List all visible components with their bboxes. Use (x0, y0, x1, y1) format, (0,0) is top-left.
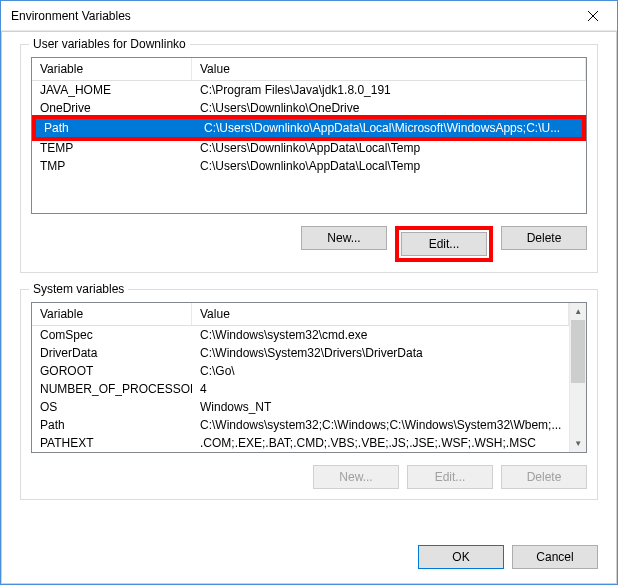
var-name: NUMBER_OF_PROCESSORS (32, 380, 192, 398)
scroll-down-icon[interactable]: ▼ (570, 435, 586, 452)
scroll-track[interactable] (570, 320, 586, 435)
var-value: C:\Program Files\Java\jdk1.8.0_191 (192, 81, 586, 99)
var-value: C:\Users\Downlinko\AppData\Local\Temp (192, 139, 586, 157)
window-close-button[interactable] (573, 3, 613, 29)
system-group-legend: System variables (29, 282, 128, 296)
user-row[interactable]: JAVA_HOME C:\Program Files\Java\jdk1.8.0… (32, 81, 586, 99)
row-highlight-annotation: Path C:\Users\Downlinko\AppData\Local\Mi… (32, 115, 586, 141)
system-delete-button[interactable]: Delete (501, 465, 587, 489)
user-row[interactable]: OneDrive C:\Users\Downlinko\OneDrive (32, 99, 586, 117)
scroll-up-icon[interactable]: ▲ (570, 303, 586, 320)
var-name: OneDrive (32, 99, 192, 117)
user-group-legend: User variables for Downlinko (29, 37, 190, 51)
system-list-header: Variable Value (32, 303, 569, 326)
user-row-selected[interactable]: Path C:\Users\Downlinko\AppData\Local\Mi… (36, 119, 582, 137)
var-value: .COM;.EXE;.BAT;.CMD;.VBS;.VBE;.JS;.JSE;.… (192, 434, 569, 452)
system-buttons: New... Edit... Delete (31, 465, 587, 489)
system-row[interactable]: NUMBER_OF_PROCESSORS 4 (32, 380, 569, 398)
var-value: C:\Go\ (192, 362, 569, 380)
system-row[interactable]: DriverData C:\Windows\System32\Drivers\D… (32, 344, 569, 362)
user-edit-button[interactable]: Edit... (401, 232, 487, 256)
var-value: C:\Windows\system32\cmd.exe (192, 326, 569, 344)
system-row[interactable]: GOROOT C:\Go\ (32, 362, 569, 380)
var-name: OS (32, 398, 192, 416)
user-delete-button[interactable]: Delete (501, 226, 587, 250)
edit-button-highlight-annotation: Edit... (395, 226, 493, 262)
system-col-value[interactable]: Value (192, 303, 569, 325)
system-scrollbar[interactable]: ▲ ▼ (569, 303, 586, 452)
close-icon (588, 11, 598, 21)
system-list-body: ComSpec C:\Windows\system32\cmd.exe Driv… (32, 326, 569, 452)
var-name: JAVA_HOME (32, 81, 192, 99)
system-row[interactable]: PATHEXT .COM;.EXE;.BAT;.CMD;.VBS;.VBE;.J… (32, 434, 569, 452)
user-new-button[interactable]: New... (301, 226, 387, 250)
user-col-value[interactable]: Value (192, 58, 586, 80)
var-value: C:\Users\Downlinko\AppData\Local\Microso… (196, 119, 582, 137)
var-name: TMP (32, 157, 192, 175)
var-name: Path (36, 119, 196, 137)
env-vars-dialog: Environment Variables User variables for… (0, 0, 618, 585)
dialog-footer: OK Cancel (2, 545, 616, 583)
user-variables-list[interactable]: Variable Value JAVA_HOME C:\Program File… (31, 57, 587, 214)
user-variables-group: User variables for Downlinko Variable Va… (20, 44, 598, 273)
system-col-variable[interactable]: Variable (32, 303, 192, 325)
system-new-button[interactable]: New... (313, 465, 399, 489)
system-variables-list[interactable]: Variable Value ComSpec C:\Windows\system… (31, 302, 587, 453)
var-name: TEMP (32, 139, 192, 157)
var-name: Path (32, 416, 192, 434)
var-name: GOROOT (32, 362, 192, 380)
scroll-thumb[interactable] (571, 320, 585, 383)
user-list-body: JAVA_HOME C:\Program Files\Java\jdk1.8.0… (32, 81, 586, 213)
ok-button[interactable]: OK (418, 545, 504, 569)
system-row[interactable]: ComSpec C:\Windows\system32\cmd.exe (32, 326, 569, 344)
system-row[interactable]: Path C:\Windows\system32;C:\Windows;C:\W… (32, 416, 569, 434)
user-col-variable[interactable]: Variable (32, 58, 192, 80)
var-value: 4 (192, 380, 569, 398)
user-list-header: Variable Value (32, 58, 586, 81)
window-title: Environment Variables (11, 9, 131, 23)
cancel-button[interactable]: Cancel (512, 545, 598, 569)
var-value: C:\Users\Downlinko\AppData\Local\Temp (192, 157, 586, 175)
system-variables-group: System variables Variable Value ComSpec … (20, 289, 598, 500)
var-value: Windows_NT (192, 398, 569, 416)
user-row[interactable]: TEMP C:\Users\Downlinko\AppData\Local\Te… (32, 139, 586, 157)
system-edit-button[interactable]: Edit... (407, 465, 493, 489)
var-value: C:\Users\Downlinko\OneDrive (192, 99, 586, 117)
var-name: PATHEXT (32, 434, 192, 452)
user-buttons: New... Edit... Delete (31, 226, 587, 262)
user-row[interactable]: TMP C:\Users\Downlinko\AppData\Local\Tem… (32, 157, 586, 175)
var-value: C:\Windows\System32\Drivers\DriverData (192, 344, 569, 362)
system-row[interactable]: OS Windows_NT (32, 398, 569, 416)
var-value: C:\Windows\system32;C:\Windows;C:\Window… (192, 416, 569, 434)
var-name: DriverData (32, 344, 192, 362)
var-name: ComSpec (32, 326, 192, 344)
dialog-body: User variables for Downlinko Variable Va… (1, 31, 617, 584)
titlebar: Environment Variables (1, 1, 617, 31)
